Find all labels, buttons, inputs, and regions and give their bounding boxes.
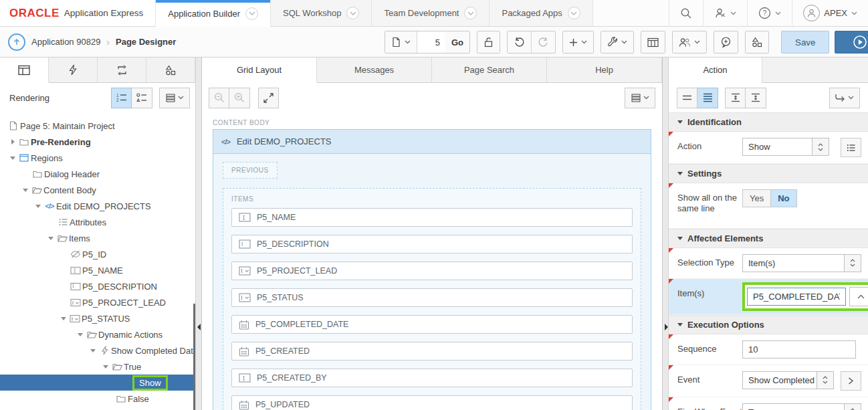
expand-icon[interactable] <box>258 88 279 108</box>
help-menu-button[interactable]: ? <box>747 0 792 26</box>
grid-item-p5-description[interactable]: I P5_DESCRIPTION <box>231 235 633 253</box>
tree-node-pre-rendering[interactable]: Pre-Rendering <box>0 134 195 150</box>
yes-button[interactable]: Yes <box>742 189 771 207</box>
section-settings[interactable]: Settings <box>669 164 868 183</box>
tree-node-true[interactable]: True <box>0 358 195 375</box>
region-header[interactable]: </> Edit DEMO_PROJECTS <box>213 130 651 154</box>
spinner-icon[interactable] <box>845 254 861 272</box>
go-to-group-button[interactable] <box>829 88 860 108</box>
layout-columns-icon[interactable] <box>641 31 665 53</box>
tree-node-show-completed-date[interactable]: Show Completed Date <box>0 342 195 358</box>
tree-node-attributes[interactable]: Attributes <box>0 214 195 230</box>
tab-grid-layout[interactable]: Grid Layout <box>202 58 317 83</box>
tree-node-regions[interactable]: Regions <box>0 150 195 166</box>
chevron-down-icon[interactable] <box>464 7 477 19</box>
run-button[interactable] <box>835 31 868 54</box>
collapse-right-icon[interactable] <box>665 324 668 330</box>
tab-shared-components[interactable] <box>146 58 195 82</box>
feedback-icon[interactable] <box>714 31 738 53</box>
tree-node-p5-name[interactable]: I P5_NAME <box>0 262 195 278</box>
expander-icon[interactable] <box>101 365 110 369</box>
expander-icon[interactable] <box>46 237 56 240</box>
tab-packaged-apps[interactable]: Packaged Apps <box>490 0 592 26</box>
page-select-button[interactable] <box>385 31 417 53</box>
chevron-up-button[interactable] <box>849 287 868 306</box>
tree-node-p5-description[interactable]: I P5_DESCRIPTION <box>0 278 195 294</box>
up-level-icon[interactable] <box>8 33 25 51</box>
page-number-input[interactable] <box>417 31 445 53</box>
grid-item-p5-created[interactable]: P5_CREATED <box>231 342 633 361</box>
tab-sql-workshop[interactable]: SQL Workshop <box>271 0 372 26</box>
shared-components-icon[interactable] <box>746 31 768 53</box>
grid-item-p5-created-by[interactable]: I P5_CREATED_BY <box>231 369 633 387</box>
tree-node-content-body[interactable]: Content Body <box>0 182 195 198</box>
action-select[interactable]: Show <box>742 138 812 156</box>
tree-node-dialog-header[interactable]: Dialog Header <box>0 166 195 182</box>
zoom-in-icon[interactable] <box>229 88 250 108</box>
tab-processing[interactable] <box>98 58 146 82</box>
zoom-out-icon[interactable] <box>209 88 229 108</box>
chevron-down-icon[interactable] <box>568 7 580 19</box>
expander-icon[interactable] <box>21 189 30 192</box>
collapse-all-icon[interactable] <box>725 88 746 108</box>
redo-button[interactable] <box>532 31 555 53</box>
expander-icon[interactable] <box>8 139 17 144</box>
admin-menu-button[interactable] <box>703 0 747 26</box>
sort-by-order-icon[interactable]: 12 <box>111 88 132 108</box>
undo-button[interactable] <box>508 31 532 53</box>
grid-item-p5-name[interactable]: I P5_NAME <box>231 208 633 227</box>
spinner-icon[interactable] <box>845 403 861 410</box>
tree-node-p5-status[interactable]: P5_STATUS <box>0 310 195 326</box>
search-button[interactable] <box>669 0 703 26</box>
tree-node-items[interactable]: Items <box>0 230 195 246</box>
tree-node-edit-demo-projects[interactable]: </> Edit DEMO_PROJECTS <box>0 198 195 214</box>
section-execution-options[interactable]: Execution Options <box>669 315 868 334</box>
sort-by-type-icon[interactable] <box>132 88 152 108</box>
expander-icon[interactable] <box>76 333 85 336</box>
tree-node-show-selected[interactable]: Show <box>0 375 195 391</box>
tab-application-builder[interactable]: Application Builder <box>155 0 271 27</box>
action-list-button[interactable] <box>841 138 861 157</box>
user-menu-button[interactable]: APEX <box>792 0 868 26</box>
selection-type-select[interactable]: Item(s) <box>742 254 845 272</box>
expander-icon[interactable] <box>8 157 17 160</box>
grid-item-p5-updated[interactable]: P5_UPDATED <box>231 395 633 410</box>
spinner-icon[interactable] <box>812 138 829 156</box>
tab-action[interactable]: Action <box>669 58 762 83</box>
go-button[interactable]: Go <box>445 31 469 53</box>
chevron-down-icon[interactable] <box>245 7 258 20</box>
expander-icon[interactable] <box>88 349 98 352</box>
event-select[interactable]: Show Completed Date <box>742 371 817 389</box>
save-button[interactable]: Save <box>781 31 829 54</box>
no-button[interactable]: No <box>771 189 796 207</box>
collapse-left-icon[interactable] <box>197 324 201 330</box>
tree-node-p5-project-lead[interactable]: P5_PROJECT_LEAD <box>0 294 195 310</box>
create-menu-button[interactable] <box>563 31 593 53</box>
grid-item-p5-project-lead[interactable]: P5_PROJECT_LEAD <box>231 262 633 280</box>
section-identification[interactable]: Identification <box>669 112 868 132</box>
tab-dynamic-actions[interactable] <box>49 58 98 82</box>
breadcrumb-application[interactable]: Application 90829 <box>31 37 100 47</box>
items-input[interactable] <box>747 288 846 306</box>
tab-help[interactable]: Help <box>547 58 662 82</box>
wrench-menu-button[interactable] <box>601 31 633 53</box>
tree-node-dynamic-actions[interactable]: Dynamic Actions <box>0 326 195 342</box>
go-to-event-button[interactable] <box>841 371 861 391</box>
tree-node-page[interactable]: Page 5: Maintain Project <box>0 118 195 134</box>
region-edit-demo-projects[interactable]: </> Edit DEMO_PROJECTS PREVIOUS ITEMS I … <box>213 129 651 410</box>
grid-menu-button[interactable] <box>625 88 655 108</box>
expander-icon[interactable] <box>33 205 43 208</box>
previous-slot[interactable]: PREVIOUS <box>223 162 278 179</box>
spinner-icon[interactable] <box>817 371 834 389</box>
tab-page-search[interactable]: Page Search <box>432 58 547 82</box>
unlock-icon[interactable] <box>477 31 500 53</box>
section-affected-elements[interactable]: Affected Elements <box>669 229 868 248</box>
expand-all-icon[interactable] <box>746 88 766 108</box>
tree-node-false[interactable]: False <box>0 391 195 407</box>
tree-menu-button[interactable] <box>159 88 190 108</box>
team-menu-button[interactable] <box>673 31 706 53</box>
grid-item-p5-completed-date[interactable]: P5_COMPLETED_DATE <box>231 315 633 334</box>
tree-node-p5-id[interactable]: P5_ID <box>0 246 195 262</box>
left-splitter[interactable] <box>195 58 202 410</box>
chevron-down-icon[interactable] <box>346 7 359 19</box>
